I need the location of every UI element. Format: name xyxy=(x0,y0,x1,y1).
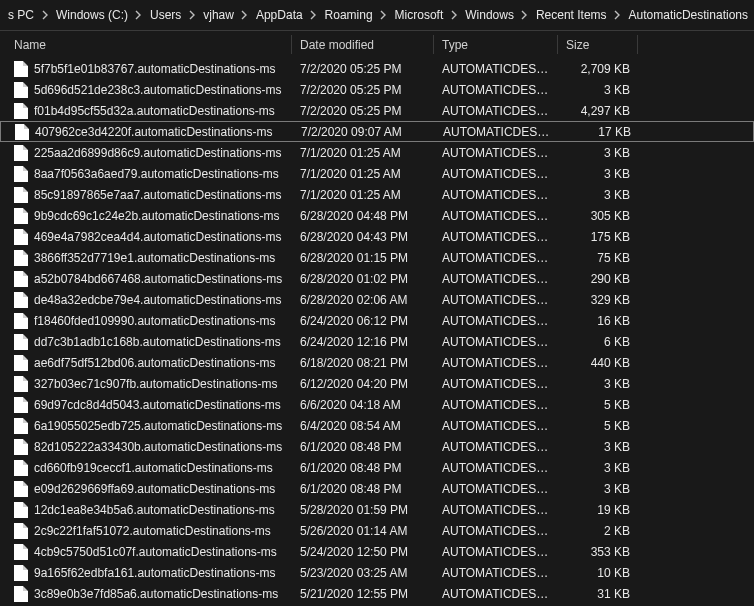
file-type-cell: AUTOMATICDESTI... xyxy=(434,524,558,538)
chevron-right-icon[interactable] xyxy=(379,9,389,21)
table-row[interactable]: cd660fb919ceccf1.automaticDestinations-m… xyxy=(0,457,754,478)
table-row[interactable]: e09d2629669ffa69.automaticDestinations-m… xyxy=(0,478,754,499)
table-row[interactable]: 225aa2d6899d86c9.automaticDestinations-m… xyxy=(0,142,754,163)
chevron-right-icon[interactable] xyxy=(40,9,50,21)
file-icon xyxy=(14,439,28,455)
column-header-date[interactable]: Date modified xyxy=(292,31,434,58)
column-header-size[interactable]: Size xyxy=(558,31,638,58)
file-type-cell: AUTOMATICDESTI... xyxy=(434,230,558,244)
table-row[interactable]: f18460fded109990.automaticDestinations-m… xyxy=(0,310,754,331)
file-name: cd660fb919ceccf1.automaticDestinations-m… xyxy=(34,461,273,475)
breadcrumb-segment[interactable]: Microsoft xyxy=(389,6,450,24)
breadcrumb-segment[interactable]: Roaming xyxy=(319,6,379,24)
file-size-cell: 5 KB xyxy=(558,398,638,412)
file-icon xyxy=(14,502,28,518)
table-row[interactable]: 3c89e0b3e7fd85a6.automaticDestinations-m… xyxy=(0,583,754,604)
column-header-type[interactable]: Type xyxy=(434,31,558,58)
file-icon xyxy=(14,376,28,392)
table-row[interactable]: 327b03ec71c907fb.automaticDestinations-m… xyxy=(0,373,754,394)
chevron-right-icon[interactable] xyxy=(134,9,144,21)
file-name-cell: 12dc1ea8e34b5a6.automaticDestinations-ms xyxy=(0,502,292,518)
file-date-cell: 6/28/2020 02:06 AM xyxy=(292,293,434,307)
file-type-cell: AUTOMATICDESTI... xyxy=(434,293,558,307)
table-row[interactable]: f01b4d95cf55d32a.automaticDestinations-m… xyxy=(0,100,754,121)
file-date-cell: 7/2/2020 05:25 PM xyxy=(292,83,434,97)
column-header-name[interactable]: Name xyxy=(0,31,292,58)
file-type-cell: AUTOMATICDESTI... xyxy=(434,398,558,412)
chevron-right-icon[interactable] xyxy=(613,9,623,21)
breadcrumb-segment[interactable]: Windows xyxy=(459,6,520,24)
file-name-cell: 69d97cdc8d4d5043.automaticDestinations-m… xyxy=(0,397,292,413)
file-date-cell: 6/28/2020 01:15 PM xyxy=(292,251,434,265)
file-date-cell: 6/18/2020 08:21 PM xyxy=(292,356,434,370)
chevron-right-icon[interactable] xyxy=(309,9,319,21)
chevron-right-icon[interactable] xyxy=(240,9,250,21)
file-icon xyxy=(14,355,28,371)
table-row[interactable]: 407962ce3d4220f.automaticDestinations-ms… xyxy=(0,121,754,142)
table-row[interactable]: 5f7b5f1e01b83767.automaticDestinations-m… xyxy=(0,58,754,79)
table-row[interactable]: 5d696d521de238c3.automaticDestinations-m… xyxy=(0,79,754,100)
file-icon xyxy=(14,229,28,245)
file-type-cell: AUTOMATICDESTI... xyxy=(434,335,558,349)
table-row[interactable]: 4cb9c5750d51c07f.automaticDestinations-m… xyxy=(0,541,754,562)
file-icon xyxy=(14,250,28,266)
breadcrumb-segment[interactable]: Users xyxy=(144,6,187,24)
file-date-cell: 7/1/2020 01:25 AM xyxy=(292,167,434,181)
file-date-cell: 7/2/2020 09:07 AM xyxy=(293,125,435,139)
file-date-cell: 7/2/2020 05:25 PM xyxy=(292,104,434,118)
file-name: f01b4d95cf55d32a.automaticDestinations-m… xyxy=(34,104,275,118)
table-row[interactable]: dd7c3b1adb1c168b.automaticDestinations-m… xyxy=(0,331,754,352)
file-type-cell: AUTOMATICDESTI... xyxy=(435,125,559,139)
table-row[interactable]: 9a165f62edbfa161.automaticDestinations-m… xyxy=(0,562,754,583)
table-row[interactable]: 6a19055025edb725.automaticDestinations-m… xyxy=(0,415,754,436)
chevron-right-icon[interactable] xyxy=(520,9,530,21)
breadcrumb-segment[interactable]: s PC xyxy=(2,6,40,24)
chevron-right-icon[interactable] xyxy=(187,9,197,21)
file-size-cell: 305 KB xyxy=(558,209,638,223)
file-date-cell: 6/12/2020 04:20 PM xyxy=(292,377,434,391)
file-name: 8aa7f0563a6aed79.automaticDestinations-m… xyxy=(34,167,279,181)
file-name: 3866ff352d7719e1.automaticDestinations-m… xyxy=(34,251,275,265)
file-name-cell: 2c9c22f1faf51072.automaticDestinations-m… xyxy=(0,523,292,539)
table-row[interactable]: a52b0784bd667468.automaticDestinations-m… xyxy=(0,268,754,289)
breadcrumb-segment[interactable]: AutomaticDestinations xyxy=(623,6,754,24)
table-row[interactable]: 469e4a7982cea4d4.automaticDestinations-m… xyxy=(0,226,754,247)
file-type-cell: AUTOMATICDESTI... xyxy=(434,461,558,475)
file-name-cell: 469e4a7982cea4d4.automaticDestinations-m… xyxy=(0,229,292,245)
file-type-cell: AUTOMATICDESTI... xyxy=(434,587,558,601)
file-name: e09d2629669ffa69.automaticDestinations-m… xyxy=(34,482,275,496)
table-row[interactable]: 9b9cdc69c1c24e2b.automaticDestinations-m… xyxy=(0,205,754,226)
file-name: dd7c3b1adb1c168b.automaticDestinations-m… xyxy=(34,335,281,349)
breadcrumb-segment[interactable]: vjhaw xyxy=(197,6,240,24)
table-row[interactable]: de48a32edcbe79e4.automaticDestinations-m… xyxy=(0,289,754,310)
breadcrumb[interactable]: s PCWindows (C:)UsersvjhawAppDataRoaming… xyxy=(0,0,754,30)
file-date-cell: 6/24/2020 06:12 PM xyxy=(292,314,434,328)
file-size-cell: 19 KB xyxy=(558,503,638,517)
file-type-cell: AUTOMATICDESTI... xyxy=(434,209,558,223)
file-type-cell: AUTOMATICDESTI... xyxy=(434,314,558,328)
breadcrumb-label: Windows xyxy=(461,8,518,22)
breadcrumb-segment[interactable]: AppData xyxy=(250,6,309,24)
file-size-cell: 2 KB xyxy=(558,524,638,538)
file-type-cell: AUTOMATICDESTI... xyxy=(434,482,558,496)
breadcrumb-label: s PC xyxy=(4,8,38,22)
file-size-cell: 75 KB xyxy=(558,251,638,265)
file-icon xyxy=(14,523,28,539)
breadcrumb-segment[interactable]: Recent Items xyxy=(530,6,613,24)
file-icon xyxy=(14,334,28,350)
file-icon xyxy=(14,481,28,497)
table-row[interactable]: 8aa7f0563a6aed79.automaticDestinations-m… xyxy=(0,163,754,184)
file-size-cell: 3 KB xyxy=(558,377,638,391)
table-row[interactable]: ae6df75df512bd06.automaticDestinations-m… xyxy=(0,352,754,373)
table-row[interactable]: 82d105222a33430b.automaticDestinations-m… xyxy=(0,436,754,457)
file-icon xyxy=(14,103,28,119)
file-name-cell: ae6df75df512bd06.automaticDestinations-m… xyxy=(0,355,292,371)
chevron-right-icon[interactable] xyxy=(449,9,459,21)
table-row[interactable]: 2c9c22f1faf51072.automaticDestinations-m… xyxy=(0,520,754,541)
file-size-cell: 3 KB xyxy=(558,482,638,496)
table-row[interactable]: 3866ff352d7719e1.automaticDestinations-m… xyxy=(0,247,754,268)
table-row[interactable]: 12dc1ea8e34b5a6.automaticDestinations-ms… xyxy=(0,499,754,520)
table-row[interactable]: 85c91897865e7aa7.automaticDestinations-m… xyxy=(0,184,754,205)
table-row[interactable]: 69d97cdc8d4d5043.automaticDestinations-m… xyxy=(0,394,754,415)
breadcrumb-segment[interactable]: Windows (C:) xyxy=(50,6,134,24)
